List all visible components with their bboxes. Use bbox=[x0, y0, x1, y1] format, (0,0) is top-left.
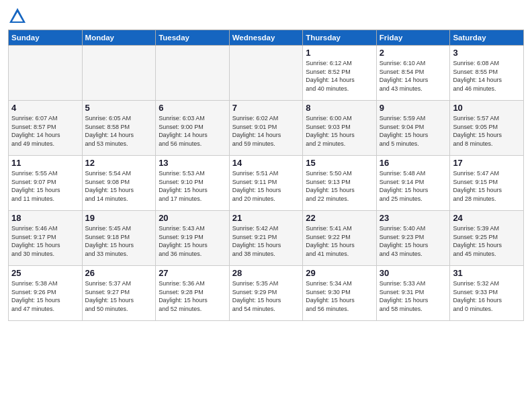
calendar-week-row: 4Sunrise: 6:07 AM Sunset: 8:57 PM Daylig… bbox=[9, 101, 524, 156]
day-number: 3 bbox=[453, 48, 521, 58]
calendar-day-cell: 9Sunrise: 5:59 AM Sunset: 9:04 PM Daylig… bbox=[376, 101, 450, 156]
calendar-day-cell: 16Sunrise: 5:48 AM Sunset: 9:14 PM Dayli… bbox=[376, 156, 450, 211]
calendar-day-cell: 30Sunrise: 5:33 AM Sunset: 9:31 PM Dayli… bbox=[376, 266, 450, 321]
calendar-day-cell: 4Sunrise: 6:07 AM Sunset: 8:57 PM Daylig… bbox=[9, 101, 83, 156]
calendar-container: SundayMondayTuesdayWednesdayThursdayFrid… bbox=[0, 0, 532, 411]
day-number: 14 bbox=[232, 158, 300, 168]
calendar-day-cell bbox=[9, 46, 83, 101]
day-number: 8 bbox=[306, 103, 373, 113]
day-number: 1 bbox=[306, 48, 373, 58]
day-number: 6 bbox=[159, 103, 226, 113]
calendar-day-cell: 2Sunrise: 6:10 AM Sunset: 8:54 PM Daylig… bbox=[376, 46, 450, 101]
calendar-day-cell: 27Sunrise: 5:36 AM Sunset: 9:28 PM Dayli… bbox=[156, 266, 230, 321]
day-number: 21 bbox=[232, 213, 300, 223]
calendar-header-day: Sunday bbox=[9, 30, 83, 46]
day-number: 22 bbox=[306, 213, 373, 223]
day-info: Sunrise: 5:55 AM Sunset: 9:07 PM Dayligh… bbox=[11, 169, 79, 203]
day-number: 30 bbox=[380, 268, 447, 278]
calendar-day-cell: 23Sunrise: 5:40 AM Sunset: 9:23 PM Dayli… bbox=[376, 211, 450, 266]
day-info: Sunrise: 6:03 AM Sunset: 9:00 PM Dayligh… bbox=[159, 114, 226, 148]
calendar-day-cell: 18Sunrise: 5:46 AM Sunset: 9:17 PM Dayli… bbox=[9, 211, 83, 266]
day-info: Sunrise: 5:36 AM Sunset: 9:28 PM Dayligh… bbox=[159, 279, 226, 313]
calendar-header-day: Monday bbox=[82, 30, 156, 46]
day-number: 2 bbox=[380, 48, 447, 58]
day-number: 18 bbox=[11, 213, 79, 223]
calendar-day-cell: 31Sunrise: 5:32 AM Sunset: 9:33 PM Dayli… bbox=[450, 266, 524, 321]
day-info: Sunrise: 6:00 AM Sunset: 9:03 PM Dayligh… bbox=[306, 114, 373, 148]
day-number: 10 bbox=[453, 103, 521, 113]
day-number: 7 bbox=[232, 103, 300, 113]
day-info: Sunrise: 5:46 AM Sunset: 9:17 PM Dayligh… bbox=[11, 224, 79, 258]
calendar-table: SundayMondayTuesdayWednesdayThursdayFrid… bbox=[8, 30, 524, 321]
day-number: 4 bbox=[11, 103, 79, 113]
day-number: 9 bbox=[380, 103, 447, 113]
day-info: Sunrise: 5:35 AM Sunset: 9:29 PM Dayligh… bbox=[232, 279, 300, 313]
day-info: Sunrise: 5:39 AM Sunset: 9:25 PM Dayligh… bbox=[453, 224, 521, 258]
calendar-day-cell bbox=[156, 46, 230, 101]
day-number: 11 bbox=[11, 158, 79, 168]
calendar-day-cell: 29Sunrise: 5:34 AM Sunset: 9:30 PM Dayli… bbox=[303, 266, 377, 321]
day-number: 27 bbox=[159, 268, 226, 278]
day-info: Sunrise: 5:51 AM Sunset: 9:11 PM Dayligh… bbox=[232, 169, 300, 203]
calendar-day-cell: 6Sunrise: 6:03 AM Sunset: 9:00 PM Daylig… bbox=[156, 101, 230, 156]
day-number: 26 bbox=[85, 268, 153, 278]
day-info: Sunrise: 6:08 AM Sunset: 8:55 PM Dayligh… bbox=[453, 59, 521, 93]
day-info: Sunrise: 5:34 AM Sunset: 9:30 PM Dayligh… bbox=[306, 279, 373, 313]
day-info: Sunrise: 6:05 AM Sunset: 8:58 PM Dayligh… bbox=[85, 114, 153, 148]
calendar-day-cell bbox=[82, 46, 156, 101]
day-number: 19 bbox=[85, 213, 153, 223]
calendar-day-cell: 25Sunrise: 5:38 AM Sunset: 9:26 PM Dayli… bbox=[9, 266, 83, 321]
calendar-day-cell: 1Sunrise: 6:12 AM Sunset: 8:52 PM Daylig… bbox=[303, 46, 377, 101]
day-info: Sunrise: 5:33 AM Sunset: 9:31 PM Dayligh… bbox=[380, 279, 447, 313]
calendar-day-cell bbox=[229, 46, 303, 101]
day-info: Sunrise: 6:12 AM Sunset: 8:52 PM Dayligh… bbox=[306, 59, 373, 93]
day-number: 12 bbox=[85, 158, 153, 168]
calendar-day-cell: 13Sunrise: 5:53 AM Sunset: 9:10 PM Dayli… bbox=[156, 156, 230, 211]
calendar-day-cell: 10Sunrise: 5:57 AM Sunset: 9:05 PM Dayli… bbox=[450, 101, 524, 156]
calendar-day-cell: 14Sunrise: 5:51 AM Sunset: 9:11 PM Dayli… bbox=[229, 156, 303, 211]
day-info: Sunrise: 5:41 AM Sunset: 9:22 PM Dayligh… bbox=[306, 224, 373, 258]
day-number: 15 bbox=[306, 158, 373, 168]
calendar-day-cell: 19Sunrise: 5:45 AM Sunset: 9:18 PM Dayli… bbox=[82, 211, 156, 266]
day-info: Sunrise: 5:37 AM Sunset: 9:27 PM Dayligh… bbox=[85, 279, 153, 313]
day-number: 5 bbox=[85, 103, 153, 113]
calendar-day-cell: 3Sunrise: 6:08 AM Sunset: 8:55 PM Daylig… bbox=[450, 46, 524, 101]
header bbox=[8, 7, 524, 26]
day-info: Sunrise: 5:40 AM Sunset: 9:23 PM Dayligh… bbox=[380, 224, 447, 258]
day-info: Sunrise: 5:42 AM Sunset: 9:21 PM Dayligh… bbox=[232, 224, 300, 258]
day-number: 13 bbox=[159, 158, 226, 168]
day-number: 23 bbox=[380, 213, 447, 223]
day-number: 28 bbox=[232, 268, 300, 278]
calendar-day-cell: 15Sunrise: 5:50 AM Sunset: 9:13 PM Dayli… bbox=[303, 156, 377, 211]
day-info: Sunrise: 5:57 AM Sunset: 9:05 PM Dayligh… bbox=[453, 114, 521, 148]
day-number: 29 bbox=[306, 268, 373, 278]
day-info: Sunrise: 5:47 AM Sunset: 9:15 PM Dayligh… bbox=[453, 169, 521, 203]
day-info: Sunrise: 5:48 AM Sunset: 9:14 PM Dayligh… bbox=[380, 169, 447, 203]
calendar-header-day: Friday bbox=[376, 30, 450, 46]
day-number: 31 bbox=[453, 268, 521, 278]
calendar-header-day: Wednesday bbox=[229, 30, 303, 46]
day-info: Sunrise: 6:02 AM Sunset: 9:01 PM Dayligh… bbox=[232, 114, 300, 148]
calendar-day-cell: 20Sunrise: 5:43 AM Sunset: 9:19 PM Dayli… bbox=[156, 211, 230, 266]
day-info: Sunrise: 5:50 AM Sunset: 9:13 PM Dayligh… bbox=[306, 169, 373, 203]
calendar-day-cell: 21Sunrise: 5:42 AM Sunset: 9:21 PM Dayli… bbox=[229, 211, 303, 266]
calendar-header-day: Thursday bbox=[303, 30, 377, 46]
day-number: 24 bbox=[453, 213, 521, 223]
day-info: Sunrise: 5:45 AM Sunset: 9:18 PM Dayligh… bbox=[85, 224, 153, 258]
day-number: 20 bbox=[159, 213, 226, 223]
calendar-day-cell: 24Sunrise: 5:39 AM Sunset: 9:25 PM Dayli… bbox=[450, 211, 524, 266]
day-number: 16 bbox=[380, 158, 447, 168]
day-info: Sunrise: 6:10 AM Sunset: 8:54 PM Dayligh… bbox=[380, 59, 447, 93]
calendar-day-cell: 28Sunrise: 5:35 AM Sunset: 9:29 PM Dayli… bbox=[229, 266, 303, 321]
calendar-week-row: 11Sunrise: 5:55 AM Sunset: 9:07 PM Dayli… bbox=[9, 156, 524, 211]
calendar-day-cell: 8Sunrise: 6:00 AM Sunset: 9:03 PM Daylig… bbox=[303, 101, 377, 156]
logo bbox=[8, 7, 30, 26]
calendar-day-cell: 17Sunrise: 5:47 AM Sunset: 9:15 PM Dayli… bbox=[450, 156, 524, 211]
calendar-header-row: SundayMondayTuesdayWednesdayThursdayFrid… bbox=[9, 30, 524, 46]
day-info: Sunrise: 6:07 AM Sunset: 8:57 PM Dayligh… bbox=[11, 114, 79, 148]
calendar-week-row: 1Sunrise: 6:12 AM Sunset: 8:52 PM Daylig… bbox=[9, 46, 524, 101]
calendar-week-row: 25Sunrise: 5:38 AM Sunset: 9:26 PM Dayli… bbox=[9, 266, 524, 321]
calendar-header-day: Tuesday bbox=[156, 30, 230, 46]
calendar-week-row: 18Sunrise: 5:46 AM Sunset: 9:17 PM Dayli… bbox=[9, 211, 524, 266]
calendar-header-day: Saturday bbox=[450, 30, 524, 46]
